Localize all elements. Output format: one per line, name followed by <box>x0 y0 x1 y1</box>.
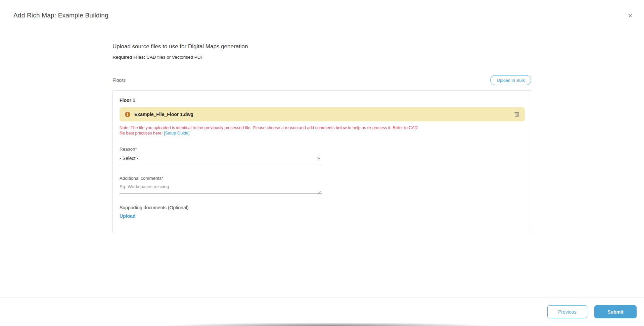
upload-heading: Upload source files to use for Digital M… <box>112 43 531 50</box>
additional-comments-input[interactable] <box>120 182 322 194</box>
modal-header: Add Rich Map: Example Building × <box>0 0 644 31</box>
reason-label: Reason* <box>120 147 524 152</box>
warning-icon: ! <box>125 112 130 117</box>
reason-selected-value: - Select - <box>120 156 138 161</box>
previous-button[interactable]: Previous <box>547 305 587 318</box>
modal-footer: Previous Submit <box>0 297 644 326</box>
upload-in-bulk-button[interactable]: Upload in Bulk <box>490 75 531 85</box>
note-line2-text: file best practices here: <box>120 131 164 135</box>
supporting-documents-label: Supporting documents (Optional) <box>120 205 524 210</box>
required-files-line: Required Files: CAD files or Vectorised … <box>112 55 531 60</box>
modal-body: Upload source files to use for Digital M… <box>112 31 531 233</box>
additional-comments-label: Additional comments* <box>120 176 524 181</box>
duplicate-file-note: Note: The file you uploaded is identical… <box>120 125 524 136</box>
additional-comments-wrap <box>120 181 322 195</box>
close-icon[interactable]: × <box>625 10 636 21</box>
floor-card: Floor 1 ! Example_File_Floor 1.dwg <box>112 90 531 233</box>
submit-button[interactable]: Submit <box>594 305 637 318</box>
add-rich-map-modal: Add Rich Map: Example Building × Upload … <box>0 0 644 326</box>
chevron-down-icon <box>316 156 321 161</box>
reason-select[interactable]: - Select - <box>120 154 322 165</box>
floors-label: Floors <box>112 77 126 83</box>
delete-file-icon[interactable] <box>513 111 520 118</box>
required-files-label: Required Files: <box>112 55 145 60</box>
upload-supporting-link[interactable]: Upload <box>120 213 135 219</box>
modal-title: Add Rich Map: Example Building <box>13 12 108 19</box>
required-files-value: CAD files or Vectorised PDF <box>145 55 203 60</box>
uploaded-file-name: Example_File_Floor 1.dwg <box>134 112 193 117</box>
uploaded-file-bar: ! Example_File_Floor 1.dwg <box>120 107 525 121</box>
note-line1: Note: The file you uploaded is identical… <box>120 125 524 130</box>
floor-name: Floor 1 <box>120 98 524 103</box>
setup-guide-link[interactable]: [Setup Guide] <box>164 131 189 135</box>
floors-row: Floors Upload in Bulk <box>112 75 531 85</box>
note-line2: file best practices here: [Setup Guide] <box>120 130 524 136</box>
